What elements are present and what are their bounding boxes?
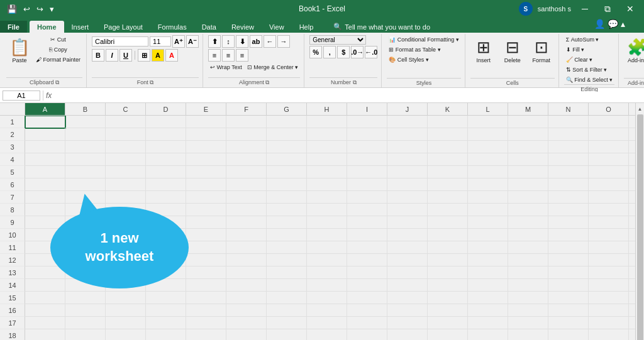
- cell-A5[interactable]: [25, 166, 65, 178]
- cell-A18[interactable]: [25, 329, 65, 340]
- cell-F10[interactable]: [226, 229, 267, 241]
- cell-N10[interactable]: [548, 229, 589, 241]
- cell-A6[interactable]: [25, 178, 65, 191]
- cell-L7[interactable]: [468, 191, 508, 204]
- cell-K14[interactable]: [428, 279, 468, 292]
- cell-O17[interactable]: [589, 317, 629, 329]
- cell-E12[interactable]: [186, 254, 226, 266]
- row-header-10[interactable]: 10: [0, 229, 25, 241]
- cell-A2[interactable]: [25, 128, 65, 141]
- cell-H9[interactable]: [307, 216, 347, 229]
- cell-N6[interactable]: [548, 178, 589, 191]
- cell-K6[interactable]: [428, 178, 468, 191]
- cell-K9[interactable]: [428, 216, 468, 229]
- cell-K8[interactable]: [428, 204, 468, 216]
- cell-K11[interactable]: [428, 241, 468, 254]
- paste-button[interactable]: 📋 Paste: [6, 35, 33, 66]
- cell-L8[interactable]: [468, 204, 508, 216]
- cell-I3[interactable]: [347, 141, 387, 153]
- cell-C18[interactable]: [106, 329, 146, 340]
- cell-F18[interactable]: [226, 329, 267, 340]
- cell-B18[interactable]: [65, 329, 106, 340]
- col-header-D[interactable]: D: [146, 103, 186, 115]
- cell-J4[interactable]: [387, 153, 428, 166]
- cell-F17[interactable]: [226, 317, 267, 329]
- col-header-H[interactable]: H: [307, 103, 347, 115]
- bold-button[interactable]: B: [92, 49, 104, 62]
- cell-O6[interactable]: [589, 178, 629, 191]
- find-select-button[interactable]: 🔍 Find & Select ▾: [564, 75, 615, 84]
- col-header-E[interactable]: E: [186, 103, 226, 115]
- underline-button[interactable]: U: [119, 49, 132, 62]
- cell-G4[interactable]: [267, 153, 307, 166]
- cell-K3[interactable]: [428, 141, 468, 153]
- cell-I8[interactable]: [347, 204, 387, 216]
- cell-N16[interactable]: [548, 304, 589, 317]
- conditional-formatting-button[interactable]: 📊 Conditional Formatting ▾: [387, 35, 461, 44]
- cell-K18[interactable]: [428, 329, 468, 340]
- cell-E3[interactable]: [186, 141, 226, 153]
- cell-J14[interactable]: [387, 279, 428, 292]
- cell-H4[interactable]: [307, 153, 347, 166]
- col-header-J[interactable]: J: [387, 103, 428, 115]
- cell-L6[interactable]: [468, 178, 508, 191]
- cell-E15[interactable]: [186, 292, 226, 304]
- cell-G9[interactable]: [267, 216, 307, 229]
- tell-me-area[interactable]: 🔍 Tell me what you want to do: [333, 23, 430, 33]
- row-header-2[interactable]: 2: [0, 128, 25, 141]
- row-header-16[interactable]: 16: [0, 304, 25, 317]
- col-header-F[interactable]: F: [226, 103, 267, 115]
- tab-help[interactable]: Help: [292, 21, 321, 33]
- cell-F16[interactable]: [226, 304, 267, 317]
- row-header-12[interactable]: 12: [0, 254, 25, 266]
- cell-F4[interactable]: [226, 153, 267, 166]
- tab-data[interactable]: Data: [194, 21, 224, 33]
- cell-K4[interactable]: [428, 153, 468, 166]
- cell-J18[interactable]: [387, 329, 428, 340]
- cell-A4[interactable]: [25, 153, 65, 166]
- cell-F7[interactable]: [226, 191, 267, 204]
- cell-P10[interactable]: [629, 229, 635, 241]
- cell-L5[interactable]: [468, 166, 508, 178]
- cell-A16[interactable]: [25, 304, 65, 317]
- col-header-I[interactable]: I: [347, 103, 387, 115]
- tab-formulas[interactable]: Formulas: [150, 21, 194, 33]
- cell-M7[interactable]: [508, 191, 548, 204]
- cell-P2[interactable]: [629, 128, 635, 141]
- copy-button[interactable]: ⎘ Copy: [34, 45, 82, 54]
- format-as-table-button[interactable]: ⊞ Format as Table ▾: [387, 45, 442, 54]
- cell-O14[interactable]: [589, 279, 629, 292]
- number-format-select[interactable]: General Number Currency Date: [309, 35, 366, 45]
- cell-E13[interactable]: [186, 266, 226, 279]
- cell-L2[interactable]: [468, 128, 508, 141]
- cell-N2[interactable]: [548, 128, 589, 141]
- scroll-up-arrow[interactable]: ▲: [636, 104, 645, 113]
- currency-btn[interactable]: $: [337, 46, 350, 58]
- cell-E10[interactable]: [186, 229, 226, 241]
- minimize-button[interactable]: ─: [576, 0, 594, 18]
- close-button[interactable]: ✕: [621, 0, 639, 18]
- cell-O7[interactable]: [589, 191, 629, 204]
- cell-K7[interactable]: [428, 191, 468, 204]
- cell-E8[interactable]: [186, 204, 226, 216]
- cell-C1[interactable]: [106, 116, 146, 128]
- cell-L13[interactable]: [468, 266, 508, 279]
- cell-D4[interactable]: [146, 153, 186, 166]
- cell-N9[interactable]: [548, 216, 589, 229]
- cell-G3[interactable]: [267, 141, 307, 153]
- cell-O13[interactable]: [589, 266, 629, 279]
- cell-P15[interactable]: [629, 292, 635, 304]
- cell-E6[interactable]: [186, 178, 226, 191]
- align-bottom-btn[interactable]: ⬇: [236, 35, 248, 48]
- cell-A3[interactable]: [25, 141, 65, 153]
- cell-L4[interactable]: [468, 153, 508, 166]
- cell-E11[interactable]: [186, 241, 226, 254]
- cell-M6[interactable]: [508, 178, 548, 191]
- cell-I11[interactable]: [347, 241, 387, 254]
- cell-I9[interactable]: [347, 216, 387, 229]
- wrap-text-button[interactable]: ↩ Wrap Text: [208, 63, 244, 72]
- cell-P14[interactable]: [629, 279, 635, 292]
- cell-I12[interactable]: [347, 254, 387, 266]
- cell-B1[interactable]: [65, 116, 106, 128]
- col-header-N[interactable]: N: [548, 103, 589, 115]
